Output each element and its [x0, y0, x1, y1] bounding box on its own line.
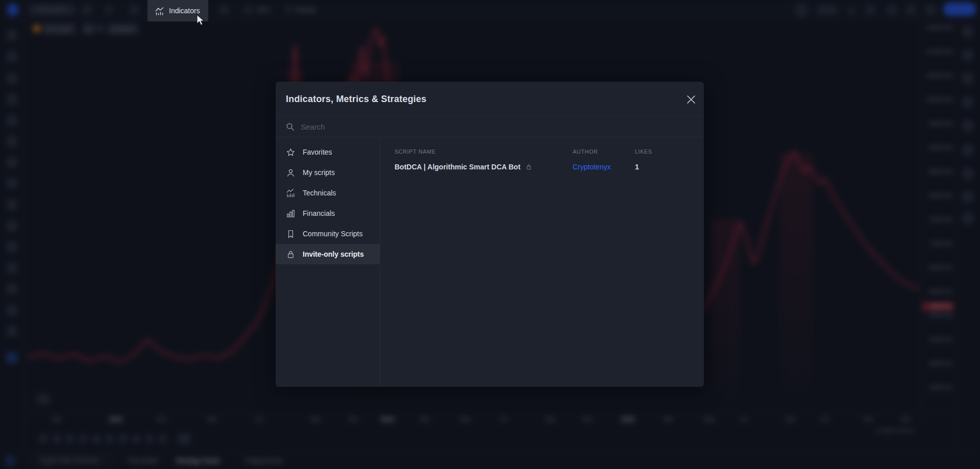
- sidebar-item-label: Technicals: [303, 189, 336, 197]
- modal-title: Indicators, Metrics & Strategies: [286, 94, 427, 105]
- script-author-link[interactable]: Cryptotenyx: [573, 163, 611, 171]
- sidebar-item[interactable]: Community Scripts: [276, 224, 380, 244]
- sidebar-item-icon: [286, 188, 296, 198]
- indicators-button-label: Indicators: [169, 7, 200, 15]
- sidebar-item[interactable]: Favorites: [276, 142, 380, 162]
- script-name: BotDCA | Algorithmic Smart DCA Bot: [395, 163, 521, 171]
- sidebar-item[interactable]: Technicals: [276, 183, 380, 203]
- column-header: AUTHOR: [573, 149, 598, 155]
- lock-icon: [525, 163, 532, 170]
- script-likes: 1: [635, 163, 639, 171]
- column-header: SCRIPT NAME: [395, 149, 435, 155]
- sidebar-item[interactable]: My scripts: [276, 162, 380, 183]
- column-header: LIKES: [635, 149, 652, 155]
- indicators-modal: Indicators, Metrics & Strategies Favorit…: [276, 82, 704, 387]
- sidebar-item-label: Invite-only scripts: [303, 250, 364, 258]
- sidebar-item-label: Financials: [303, 209, 335, 217]
- sidebar-item-label: Favorites: [303, 148, 332, 156]
- search-bar: [276, 116, 704, 137]
- sidebar-item[interactable]: Invite-only scripts: [276, 244, 380, 264]
- app: BTC/USDT Alert Replay: [0, 0, 980, 469]
- close-icon: [687, 95, 696, 104]
- modal-body: Favorites My scripts Technicals: [276, 137, 704, 386]
- sidebar-item-icon: [286, 147, 296, 157]
- indicators-icon: [155, 6, 164, 16]
- script-row[interactable]: BotDCA | Algorithmic Smart DCA Bot Crypt…: [380, 160, 704, 175]
- modal-header: Indicators, Metrics & Strategies: [276, 82, 704, 116]
- search-input[interactable]: [301, 122, 694, 131]
- script-name-cell: BotDCA | Algorithmic Smart DCA Bot: [395, 163, 532, 171]
- sidebar-item-icon: [286, 229, 296, 239]
- sidebar-item-icon: [286, 168, 296, 178]
- sidebar-item-icon: [286, 209, 296, 218]
- sidebar-item[interactable]: Financials: [276, 203, 380, 224]
- scripts-panel: SCRIPT NAMEAUTHORLIKES BotDCA | Algorith…: [380, 137, 704, 386]
- sidebar-item-icon: [286, 250, 296, 259]
- sidebar-item-label: Community Scripts: [303, 230, 362, 238]
- close-button[interactable]: [687, 95, 696, 104]
- modal-sidebar: Favorites My scripts Technicals: [276, 137, 380, 386]
- sidebar-item-label: My scripts: [303, 168, 335, 177]
- mouse-cursor: [196, 14, 207, 27]
- search-icon: [286, 122, 295, 131]
